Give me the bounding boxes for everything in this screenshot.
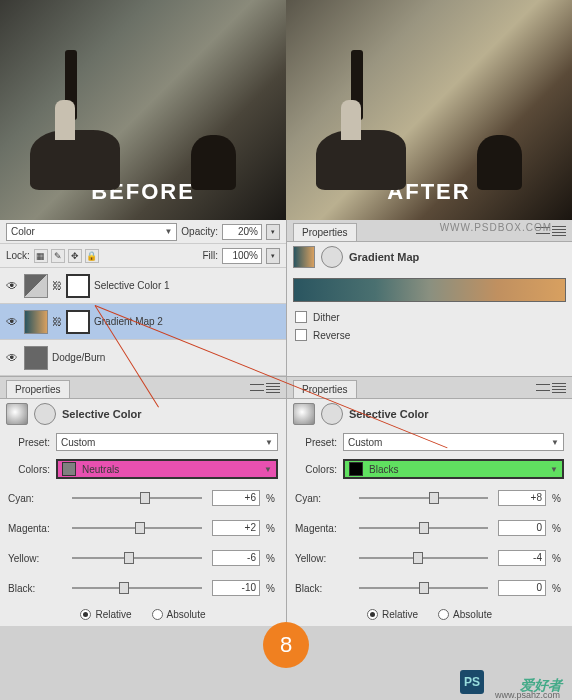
after-image: AFTER — [286, 0, 572, 220]
link-icon: ⛓ — [52, 316, 62, 327]
dither-checkbox[interactable] — [295, 311, 307, 323]
link-icon: ⛓ — [52, 280, 62, 291]
lock-label: Lock: — [6, 250, 30, 261]
layer-row-selective-color[interactable]: 👁 ⛓ Selective Color 1 — [0, 268, 286, 304]
before-image: BEFORE — [0, 0, 286, 220]
relative-radio[interactable] — [80, 609, 91, 620]
slider-value-input[interactable]: -6 — [212, 550, 260, 566]
relative-radio[interactable] — [367, 609, 378, 620]
slider-value-input[interactable]: -10 — [212, 580, 260, 596]
slider-label: Cyan: — [295, 493, 349, 504]
slider-track[interactable] — [359, 587, 488, 589]
fill-label: Fill: — [202, 250, 218, 261]
slider-value-input[interactable]: 0 — [498, 520, 546, 536]
panel-collapse-icon[interactable] — [250, 382, 264, 394]
colors-dropdown[interactable]: Neutrals ▼ — [56, 459, 278, 479]
step-badge: 8 — [263, 622, 309, 668]
slider-handle[interactable] — [119, 582, 129, 594]
lock-transparency-icon[interactable]: ▦ — [34, 249, 48, 263]
slider-label: Black: — [8, 583, 62, 594]
slider-track[interactable] — [72, 557, 202, 559]
slider-track[interactable] — [72, 497, 202, 499]
slider-track[interactable] — [72, 527, 202, 529]
panel-menu-icon[interactable] — [552, 225, 566, 237]
preset-dropdown[interactable]: Custom▼ — [343, 433, 564, 451]
dither-label: Dither — [313, 312, 340, 323]
absolute-radio[interactable] — [438, 609, 449, 620]
panel-title: Gradient Map — [349, 251, 419, 263]
slider-value-input[interactable]: +8 — [498, 490, 546, 506]
panel-title: Selective Color — [349, 408, 428, 420]
mask-icon[interactable] — [321, 246, 343, 268]
visibility-icon[interactable]: 👁 — [4, 315, 20, 329]
slider-track[interactable] — [359, 527, 488, 529]
reverse-label: Reverse — [313, 330, 350, 341]
absolute-label: Absolute — [453, 609, 492, 620]
properties-tab[interactable]: Properties — [293, 223, 357, 241]
slider-handle[interactable] — [413, 552, 423, 564]
gradient-thumb-icon — [24, 310, 48, 334]
opacity-scrub[interactable]: ▾ — [266, 224, 280, 240]
layer-row-dodge-burn[interactable]: 👁 Dodge/Burn — [0, 340, 286, 376]
properties-selective-color-panel: Properties Selective Color Preset: Custo… — [286, 376, 572, 626]
ps-logo-icon: PS — [460, 670, 484, 694]
colors-dropdown[interactable]: Blacks ▼ — [343, 459, 564, 479]
slider-label: Cyan: — [8, 493, 62, 504]
properties-selective-color-panel: Properties Selective Color Preset: Custo… — [0, 376, 286, 626]
relative-label: Relative — [95, 609, 131, 620]
colors-label: Colors: — [8, 464, 50, 475]
visibility-icon[interactable]: 👁 — [4, 279, 20, 293]
panel-menu-icon[interactable] — [266, 382, 280, 394]
lock-all-icon[interactable]: 🔒 — [85, 249, 99, 263]
fill-scrub[interactable]: ▾ — [266, 248, 280, 264]
comparison-images: BEFORE AFTER — [0, 0, 572, 220]
mask-thumb[interactable] — [66, 274, 90, 298]
slider-handle[interactable] — [419, 582, 429, 594]
slider-handle[interactable] — [140, 492, 150, 504]
layer-name: Selective Color 1 — [94, 280, 170, 291]
opacity-input[interactable]: 20% — [222, 224, 262, 240]
gradient-preview[interactable] — [293, 278, 566, 302]
opacity-label: Opacity: — [181, 226, 218, 237]
color-swatch-icon — [62, 462, 76, 476]
visibility-icon[interactable]: 👁 — [4, 351, 20, 365]
slider-label: Yellow: — [8, 553, 62, 564]
texture-thumb-icon — [24, 346, 48, 370]
slider-value-input[interactable]: +6 — [212, 490, 260, 506]
bottom-watermark-url: www.psahz.com — [495, 690, 560, 700]
slider-handle[interactable] — [419, 522, 429, 534]
reverse-checkbox[interactable] — [295, 329, 307, 341]
mask-thumb[interactable] — [66, 310, 90, 334]
properties-gradient-map-panel: Properties Gradient Map Dither Reverse — [286, 220, 572, 376]
absolute-radio[interactable] — [152, 609, 163, 620]
slider-track[interactable] — [359, 557, 488, 559]
adjustment-thumb-icon — [24, 274, 48, 298]
slider-label: Magenta: — [295, 523, 349, 534]
preset-label: Preset: — [295, 437, 337, 448]
properties-tab[interactable]: Properties — [6, 380, 70, 398]
slider-label: Magenta: — [8, 523, 62, 534]
layer-name: Dodge/Burn — [52, 352, 105, 363]
slider-value-input[interactable]: 0 — [498, 580, 546, 596]
gradient-map-icon — [293, 246, 315, 268]
slider-label: Yellow: — [295, 553, 349, 564]
lock-position-icon[interactable]: ✥ — [68, 249, 82, 263]
panel-collapse-icon[interactable] — [536, 382, 550, 394]
slider-value-input[interactable]: -4 — [498, 550, 546, 566]
fill-input[interactable]: 100% — [222, 248, 262, 264]
panel-title: Selective Color — [62, 408, 141, 420]
mask-icon[interactable] — [34, 403, 56, 425]
preset-dropdown[interactable]: Custom▼ — [56, 433, 278, 451]
slider-value-input[interactable]: +2 — [212, 520, 260, 536]
slider-handle[interactable] — [135, 522, 145, 534]
slider-track[interactable] — [72, 587, 202, 589]
layer-row-gradient-map[interactable]: 👁 ⛓ Gradient Map 2 — [0, 304, 286, 340]
selective-color-icon — [293, 403, 315, 425]
slider-track[interactable] — [359, 497, 488, 499]
lock-pixels-icon[interactable]: ✎ — [51, 249, 65, 263]
mask-icon[interactable] — [321, 403, 343, 425]
slider-handle[interactable] — [124, 552, 134, 564]
slider-handle[interactable] — [429, 492, 439, 504]
panel-menu-icon[interactable] — [552, 382, 566, 394]
blend-mode-dropdown[interactable]: Color▼ — [6, 223, 177, 241]
